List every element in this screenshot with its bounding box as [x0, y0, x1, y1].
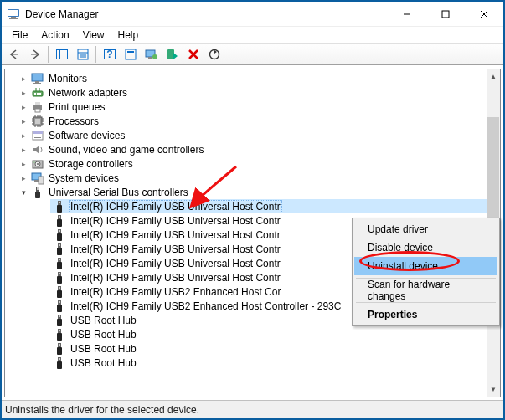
enable-button[interactable]	[162, 45, 182, 64]
svg-rect-76	[57, 319, 62, 326]
tree-label: Intel(R) ICH9 Family USB2 Enhanced Host …	[69, 300, 343, 312]
tree-label: Intel(R) ICH9 Family USB Universal Host …	[69, 243, 282, 255]
svg-rect-36	[35, 119, 40, 124]
scroll-down-icon[interactable]: ▼	[487, 382, 500, 397]
tree-device-item[interactable]: Intel(R) ICH9 Family USB Universal Host …	[50, 199, 488, 213]
tree-category[interactable]: Network adapters	[17, 85, 487, 100]
tree-label: Intel(R) ICH9 Family USB2 Enhanced Host …	[69, 286, 282, 298]
usb-icon	[31, 186, 44, 199]
svg-rect-61	[57, 248, 62, 255]
svg-rect-3	[9, 18, 18, 19]
menu-view[interactable]: View	[76, 28, 111, 42]
svg-rect-70	[57, 290, 62, 298]
properties2-button[interactable]	[121, 45, 140, 64]
tree-device-item[interactable]: USB Root Hub	[50, 327, 487, 341]
uninstall-button[interactable]	[183, 45, 203, 64]
usb-device-icon	[53, 328, 66, 341]
tree-category[interactable]: Software devices	[17, 128, 487, 142]
chevron-right-icon[interactable]	[18, 130, 29, 141]
tree-category[interactable]: Sound, video and game controllers	[17, 142, 487, 156]
sound-icon	[31, 143, 44, 156]
tree-category[interactable]: Universal Serial Bus controllers	[17, 185, 487, 199]
maximize-button[interactable]	[426, 2, 465, 26]
scan-button[interactable]	[204, 45, 224, 64]
chevron-right-icon[interactable]	[18, 144, 29, 155]
svg-rect-68	[59, 273, 60, 274]
usb-device-icon	[53, 356, 66, 370]
chevron-right-icon[interactable]	[18, 115, 29, 126]
svg-rect-85	[57, 361, 62, 369]
ctx-scan-changes[interactable]: Scan for hardware changes	[354, 281, 497, 300]
svg-rect-58	[57, 233, 62, 241]
minimize-button[interactable]	[388, 2, 426, 26]
svg-rect-59	[59, 230, 60, 232]
context-menu: Update driver Disable device Uninstall d…	[352, 218, 500, 326]
tree-label: System devices	[47, 172, 121, 184]
menu-help[interactable]: Help	[111, 28, 146, 42]
usb-device-icon	[53, 342, 66, 356]
tree-label: USB Root Hub	[69, 329, 138, 341]
tree-label: Intel(R) ICH9 Family USB Universal Host …	[69, 215, 282, 227]
svg-rect-86	[59, 358, 60, 360]
tree-category[interactable]: Print queues	[17, 100, 487, 114]
svg-rect-30	[37, 93, 39, 95]
close-button[interactable]	[465, 2, 503, 26]
chevron-right-icon[interactable]	[18, 87, 29, 98]
svg-rect-47	[39, 177, 44, 184]
forward-arrow-icon	[28, 48, 42, 61]
chevron-right-icon[interactable]	[18, 158, 29, 169]
properties-button[interactable]	[73, 45, 92, 64]
svg-point-43	[37, 163, 39, 165]
tree-category[interactable]: System devices	[17, 171, 487, 185]
svg-rect-71	[59, 287, 60, 289]
menu-action[interactable]: Action	[34, 28, 75, 42]
chevron-right-icon[interactable]	[18, 73, 29, 84]
showpane-button[interactable]	[52, 45, 71, 64]
back-button[interactable]	[4, 45, 23, 64]
enable-device-icon	[166, 48, 179, 61]
chevron-down-icon[interactable]	[18, 187, 29, 197]
close-icon	[480, 10, 488, 18]
svg-rect-62	[59, 244, 60, 246]
props2-icon	[124, 48, 137, 61]
tree-device-item[interactable]: USB Root Hub	[50, 356, 487, 370]
forward-button[interactable]	[25, 45, 44, 64]
ctx-separator	[356, 302, 496, 303]
tree-label: Intel(R) ICH9 Family USB Universal Host …	[69, 229, 282, 241]
svg-rect-19	[148, 57, 152, 59]
titlebar: Device Manager	[2, 2, 503, 27]
svg-rect-17	[127, 51, 134, 53]
svg-rect-83	[59, 344, 60, 346]
ctx-uninstall-device[interactable]: Uninstall device	[354, 257, 497, 275]
svg-point-44	[33, 161, 34, 162]
tree-label: Sound, video and game controllers	[47, 144, 205, 156]
tree-label: Software devices	[47, 130, 126, 141]
update-driver-button[interactable]	[142, 45, 161, 64]
svg-rect-55	[57, 219, 62, 227]
svg-rect-38	[33, 131, 43, 134]
menu-file[interactable]: File	[5, 28, 34, 42]
svg-rect-21	[167, 49, 174, 59]
tree-device-item[interactable]: USB Root Hub	[50, 341, 487, 356]
ctx-disable-device[interactable]: Disable device	[354, 238, 497, 257]
tree-label: Intel(R) ICH9 Family USB Universal Host …	[69, 200, 282, 213]
ctx-update-driver[interactable]: Update driver	[354, 220, 497, 238]
help-button[interactable]: ?	[100, 45, 119, 64]
scroll-thumb[interactable]	[487, 117, 499, 218]
chevron-right-icon[interactable]	[18, 101, 29, 112]
svg-rect-2	[11, 17, 16, 18]
tree-category[interactable]: Processors	[17, 114, 487, 128]
tree-category[interactable]: Storage controllers	[17, 156, 487, 171]
tree-label: Storage controllers	[47, 158, 135, 170]
svg-rect-31	[39, 93, 41, 95]
refresh-circle-icon	[208, 48, 221, 61]
ctx-properties[interactable]: Properties	[354, 305, 497, 324]
usb-device-icon	[53, 214, 66, 228]
chevron-right-icon[interactable]	[18, 172, 29, 183]
tree-label: Print queues	[47, 101, 106, 113]
scroll-up-icon[interactable]: ▲	[487, 69, 500, 84]
svg-rect-67	[57, 276, 62, 284]
usb-device-icon	[53, 200, 66, 213]
tree-category[interactable]: Monitors	[17, 71, 487, 85]
tree-label: Universal Serial Bus controllers	[47, 187, 190, 198]
